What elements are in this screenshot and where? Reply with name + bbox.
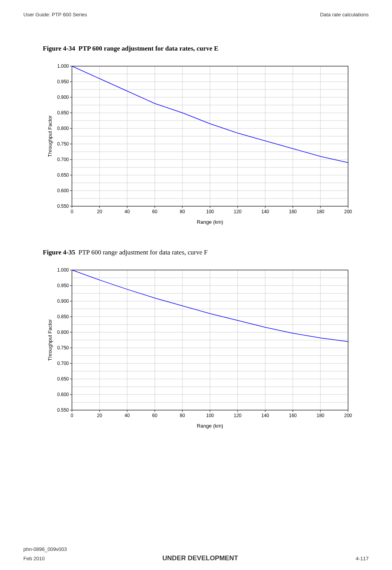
svg-text:0.650: 0.650 <box>57 376 69 382</box>
svg-text:Throughput Factor: Throughput Factor <box>47 319 53 361</box>
svg-text:0.800: 0.800 <box>57 126 69 131</box>
page-header: User Guide: PTP 600 Series Data rate cal… <box>23 12 369 18</box>
svg-text:0.850: 0.850 <box>57 314 69 319</box>
svg-text:0.750: 0.750 <box>57 141 69 147</box>
figure-1-caption: Figure 4-34 PTP 600 range adjustment for… <box>43 45 369 53</box>
chart-2-svg: 0.5500.6000.6500.7000.7500.8000.8500.900… <box>45 264 356 431</box>
svg-text:160: 160 <box>289 413 297 418</box>
header-right: Data rate calculations <box>320 12 369 18</box>
svg-text:0: 0 <box>71 209 74 214</box>
svg-text:80: 80 <box>180 413 185 418</box>
figure-1-label: Figure 4-34 <box>43 45 75 52</box>
svg-text:100: 100 <box>206 209 214 214</box>
page-footer: phn-0896_009v003 Feb 2010 UNDER DEVELOPM… <box>23 546 369 562</box>
svg-text:80: 80 <box>180 209 185 214</box>
figure-1-title: PTP 600 range adjustment for data rates,… <box>79 45 219 52</box>
svg-text:20: 20 <box>97 413 102 418</box>
svg-text:0.550: 0.550 <box>57 203 69 209</box>
footer-date: Feb 2010 <box>23 556 45 561</box>
svg-text:Range (km): Range (km) <box>197 219 223 225</box>
svg-text:0.950: 0.950 <box>57 79 69 84</box>
svg-text:140: 140 <box>261 413 269 418</box>
footer-center: UNDER DEVELOPMENT <box>163 554 238 562</box>
svg-text:40: 40 <box>124 209 130 214</box>
footer-docid: phn-0896_009v003 <box>23 546 67 552</box>
svg-text:160: 160 <box>289 209 297 214</box>
svg-text:0.900: 0.900 <box>57 298 69 304</box>
svg-text:180: 180 <box>317 413 324 418</box>
svg-text:0.600: 0.600 <box>57 392 69 397</box>
svg-text:1.000: 1.000 <box>57 63 69 69</box>
svg-text:0.700: 0.700 <box>57 157 69 162</box>
svg-text:0.700: 0.700 <box>57 361 69 366</box>
chart-1: 0.5500.6000.6500.7000.7500.8000.8500.900… <box>45 60 369 229</box>
figure-2-caption: Figure 4-35 PTP 600 range adjustment for… <box>43 249 369 256</box>
svg-text:0.550: 0.550 <box>57 407 69 413</box>
svg-text:140: 140 <box>261 209 269 214</box>
svg-text:120: 120 <box>234 413 242 418</box>
footer-page: 4-117 <box>356 556 369 561</box>
svg-text:0.800: 0.800 <box>57 330 69 335</box>
svg-text:200: 200 <box>344 209 352 214</box>
svg-text:Throughput Factor: Throughput Factor <box>47 115 53 157</box>
svg-text:20: 20 <box>97 209 102 214</box>
svg-text:40: 40 <box>124 413 130 418</box>
svg-text:100: 100 <box>206 413 214 418</box>
svg-text:60: 60 <box>152 209 158 214</box>
svg-text:120: 120 <box>234 209 242 214</box>
svg-text:0.900: 0.900 <box>57 95 69 100</box>
svg-text:Range (km): Range (km) <box>197 423 223 429</box>
svg-text:200: 200 <box>344 413 352 418</box>
figure-2-label: Figure 4-35 <box>43 249 75 256</box>
chart-1-svg: 0.5500.6000.6500.7000.7500.8000.8500.900… <box>45 60 356 228</box>
svg-text:180: 180 <box>317 209 324 214</box>
svg-text:0.850: 0.850 <box>57 110 69 116</box>
figure-2-title: PTP 600 range adjustment for data rates,… <box>79 249 208 256</box>
header-left: User Guide: PTP 600 Series <box>23 12 87 18</box>
svg-text:0.950: 0.950 <box>57 283 69 288</box>
chart-2: 0.5500.6000.6500.7000.7500.8000.8500.900… <box>45 264 369 433</box>
svg-text:0.600: 0.600 <box>57 188 69 193</box>
svg-text:0.750: 0.750 <box>57 345 69 351</box>
svg-text:0.650: 0.650 <box>57 172 69 178</box>
svg-text:1.000: 1.000 <box>57 267 69 273</box>
svg-text:60: 60 <box>152 413 158 418</box>
svg-text:0: 0 <box>71 413 74 418</box>
